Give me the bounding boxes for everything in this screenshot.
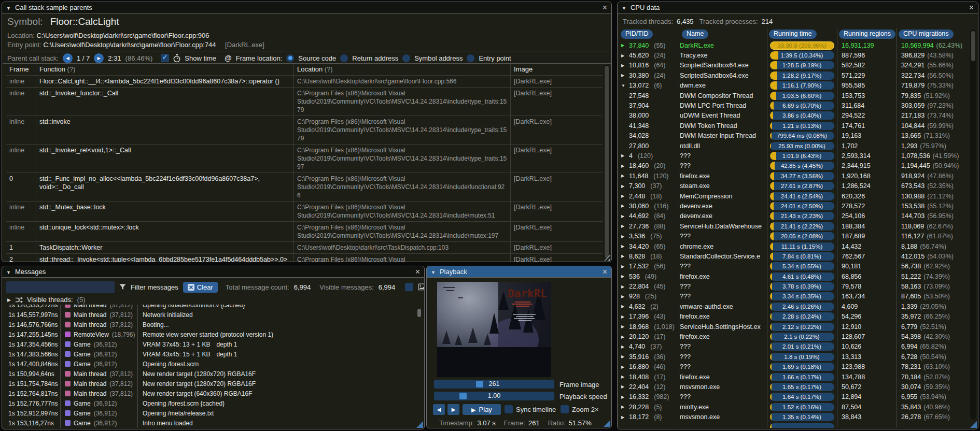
message-row[interactable]: 1s 147,354,456nsGame(36,912)VRAM 37x45: … (2, 339, 416, 349)
scrollbar[interactable] (970, 30, 976, 420)
process-row[interactable]: ▶18,172(8)msvsmon.exe1.35 s (0.14%)38,84… (618, 412, 970, 422)
column-header-pid[interactable]: PID/TID (621, 30, 653, 39)
function-cell[interactable]: TaskDispatch::Worker (36, 242, 294, 253)
process-row[interactable]: ▶22,404(12)msvsmon.exe1.65 s (0.17%)50,6… (618, 382, 970, 392)
expand-icon[interactable]: ▶ (621, 335, 626, 339)
process-row[interactable]: ▶2,448(18)MemCompression24.41 s (2.54%)6… (618, 191, 970, 201)
message-row[interactable]: 1s 150,994,64nsMain thread(37,812)New re… (2, 369, 416, 379)
process-row[interactable]: ▶45,620(24)Tracy.exe1:39.5 (10.34%)887,5… (618, 50, 970, 60)
callstack-table-row[interactable]: inlineFloor::CalcLight::__l4::<lambda_5b… (6, 76, 603, 88)
process-row[interactable]: ▶11,648(120)firefox.exe34.27 s (3.56%)1,… (618, 171, 970, 181)
column-header-cpu-migrations[interactable]: CPU migrations (899, 30, 954, 39)
process-row[interactable]: ▶3,536(75)???20.05 s (2.08%)187,689116,1… (618, 231, 970, 241)
messages-titlebar[interactable]: Messages × (2, 266, 424, 278)
close-icon[interactable]: × (415, 268, 420, 276)
process-row[interactable]: ▶7,300(37)steam.exe27.61 s (2.87%)1,286,… (618, 181, 970, 191)
expand-icon[interactable]: ▶ (621, 204, 626, 208)
resize-grip[interactable] (970, 421, 977, 428)
function-cell[interactable]: std::_Mutex_base::lock (36, 202, 294, 221)
scrollbar[interactable] (604, 65, 610, 259)
process-row[interactable]: ▶28,228(5)mintty.exe1.52 s (0.16%)87,504… (618, 402, 970, 412)
resize-grip[interactable] (604, 420, 610, 427)
message-row[interactable]: 1s 152,764,817nsMain thread(37,812)New r… (2, 389, 416, 398)
process-row[interactable]: ▶35,916(36)???1.8 s (0.19%)13,3136,728(5… (618, 352, 970, 362)
zoom-2x-checkbox[interactable] (561, 405, 569, 413)
sync-timeline-checkbox[interactable] (505, 405, 513, 413)
expand-icon[interactable]: ▶ (621, 174, 626, 178)
frame-location-radio[interactable] (402, 54, 410, 62)
show-images-checkbox[interactable] (405, 283, 413, 291)
callstack-table-row[interactable]: inlinestd::_Mutex_base::lockC:\Program F… (6, 202, 603, 222)
frame-location-radio[interactable] (286, 54, 294, 62)
message-row[interactable]: 1s 152,912,997nsGame(36,912)Opening /met… (2, 408, 416, 418)
expand-icon[interactable]: ▶ (621, 314, 626, 319)
expand-icon[interactable]: ▶ (621, 234, 626, 239)
process-row[interactable]: ▼13,072(6)dwm.exe1:16.1 (7.90%)955,58571… (618, 81, 970, 91)
callstack-table-row[interactable]: inlinestd::unique_lock<std::mutex>::lock… (6, 222, 603, 242)
callstack-table-row[interactable]: 2std::thread::_Invoke<std::tuple<<lambda… (6, 254, 603, 262)
process-row[interactable]: ▶16,332(982)???1.64 s (0.17%)12,8946,955… (618, 392, 970, 402)
playback-titlebar[interactable]: Playback × (427, 266, 611, 278)
process-row[interactable] (618, 422, 970, 428)
collapse-icon[interactable] (431, 268, 436, 276)
function-cell[interactable]: std::invoke (36, 116, 294, 144)
function-cell[interactable]: std::_Invoker_functor::_Call (36, 88, 294, 116)
message-row[interactable]: 1s 120,333,272nsMain thread(37,812)Openi… (2, 305, 416, 310)
expand-icon[interactable]: ▶ (621, 264, 626, 269)
process-row[interactable]: ▶18,968(1,018)ServiceHub.SettingsHost.ex… (618, 322, 970, 332)
process-row[interactable]: ▶18,460(20)???42.85 s (4.45%)2,344,9151,… (618, 161, 970, 171)
expand-icon[interactable]: ▶ (621, 324, 626, 329)
filter-input[interactable] (6, 281, 115, 293)
process-row[interactable]: ▶37,840(55)DarkRL.exe33:30.8 (208.96%)16… (618, 40, 970, 50)
expand-icon[interactable]: ▶ (621, 415, 626, 420)
process-row[interactable]: ▶928(25)???3.34 s (0.35%)163,73487,605(5… (618, 292, 970, 301)
clear-button[interactable]: Clear (183, 282, 218, 293)
scrollbar-thumb[interactable] (417, 309, 421, 317)
scrollbar[interactable] (416, 306, 422, 425)
expand-icon[interactable]: ▶ (621, 384, 626, 389)
close-icon[interactable]: × (969, 4, 974, 12)
process-row[interactable]: ▶20,120(17)firefox.exe2.1 s (0.22%)128,6… (618, 332, 970, 341)
process-row[interactable]: 38,000uDWM Event Thread3.86 s (0.40%)294… (618, 111, 970, 121)
message-row[interactable]: 1s 153,116,27nsGame(36,912)Intro menu lo… (2, 418, 416, 428)
callstack-table-row[interactable]: inlinestd::_Invoker_ret<void,1>::_CallC:… (6, 145, 603, 173)
process-row[interactable]: 27,800ntdll.dll25.93 ms (0.00%)1,7021,29… (618, 141, 970, 151)
prev-frame-button[interactable]: ◀ (433, 404, 445, 415)
prev-callstack-button[interactable] (63, 53, 73, 63)
expand-icon[interactable]: ▶ (621, 184, 626, 189)
next-frame-button[interactable]: ▶ (447, 404, 459, 415)
callstack-table-row[interactable]: inlinestd::invokeC:\Program Files (x86)\… (6, 116, 603, 145)
expand-icon[interactable]: ▶ (621, 375, 626, 379)
function-cell[interactable]: Floor::CalcLight::__l4::<lambda_5bc224f1… (36, 76, 294, 87)
expand-icon[interactable]: ▶ (621, 43, 626, 48)
column-header-name[interactable]: Name (682, 30, 708, 39)
process-row[interactable]: ▶17,396(43)firefox.exe2.28 s (0.24%)54,2… (618, 312, 970, 322)
collapse-icon[interactable] (6, 4, 11, 11)
process-row[interactable]: ▶4,632(2)vmware-authd.exe2.46 s (0.26%)4… (618, 301, 970, 311)
message-row[interactable]: 1s 147,400,846nsGame(36,912)Opening /for… (2, 359, 416, 369)
process-row[interactable]: ▶16,880(46)???1.69 s (0.18%)123,98878,23… (618, 362, 970, 372)
scrollbar-thumb[interactable] (971, 31, 975, 61)
message-row[interactable]: 1s 147,383,566nsGame(36,912)VRAM 43x45: … (2, 349, 416, 359)
expand-icon[interactable]: ▶ (621, 153, 626, 158)
expand-icon[interactable]: ▶ (621, 365, 626, 369)
expand-icon[interactable]: ▶ (621, 284, 626, 289)
process-row[interactable]: 37,904DWM LPC Port Thread6.69 s (0.70%)3… (618, 100, 970, 110)
expand-icon[interactable]: ▶ (621, 294, 626, 299)
frame-slider[interactable]: 261 (434, 380, 554, 389)
process-row[interactable]: ▶18,408(17)firefox.exe1.66 s (0.17%)134,… (618, 372, 970, 382)
process-row[interactable]: 34,028DWM Master Input Thread799.64 ms (… (618, 131, 970, 141)
frame-location-radio[interactable] (340, 54, 348, 62)
message-row[interactable]: 1s 147,255,145nsRemoteView(18,796)Remote… (2, 329, 416, 339)
process-row[interactable]: ▶30,060(116)devenv.exe24.01 s (2.50%)278… (618, 201, 970, 211)
process-row[interactable]: ▶22,804(45)???3.78 s (0.39%)79,57858,163… (618, 281, 970, 291)
frame-location-radio[interactable] (467, 54, 474, 62)
process-row[interactable]: 27,548DWM Compositor Thread1:03.5 (6.60%… (618, 91, 970, 100)
process-row[interactable]: ▶44,692(84)devenv.exe21.43 s (2.23%)254,… (618, 211, 970, 221)
expand-icon[interactable]: ▶ (621, 73, 626, 78)
column-header-running-time[interactable]: Running time (769, 30, 817, 39)
play-button[interactable]: Play (463, 404, 501, 415)
collapse-icon[interactable] (6, 268, 11, 276)
expand-icon[interactable]: ▶ (621, 405, 626, 409)
process-row[interactable]: ▶30,380(24)ScriptedSandbox64.exe1:28.2 (… (618, 70, 970, 80)
